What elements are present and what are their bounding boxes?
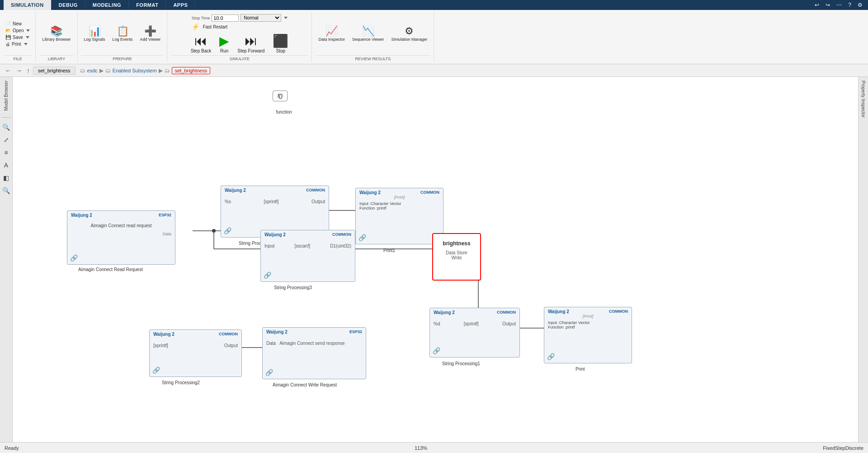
model-tab[interactable]: set_brightness xyxy=(33,67,75,75)
breadcrumb-active[interactable]: set_brightness xyxy=(172,67,211,74)
ribbon-group-review: 📈 Data Inspector 📉 Sequence Viewer ⚙ Sim… xyxy=(312,12,434,62)
sequence-viewer-label: Sequence Viewer xyxy=(352,37,384,42)
aimagin-read-link-icon: 🔗 xyxy=(70,254,78,262)
library-buttons: 📚 Library Browser xyxy=(39,13,73,55)
step-back-icon: ⏮ xyxy=(194,33,207,48)
simulate-group-label: SIMULATE xyxy=(171,55,308,61)
print-label: Print xyxy=(576,367,585,372)
tab-apps[interactable]: APPS xyxy=(166,0,195,10)
tab-format[interactable]: FORMAT xyxy=(129,0,166,10)
log-signals-button[interactable]: 📊 Log Signals xyxy=(81,25,108,43)
nav-forward-button[interactable]: → xyxy=(14,67,24,74)
run-label: Run xyxy=(220,48,228,53)
fast-restart-icon: ⚡ xyxy=(192,23,199,30)
status-solver-label: FixedStepDiscrete xyxy=(823,445,863,451)
sp-title: Waijung 2 xyxy=(225,188,246,193)
label-mode-button[interactable]: A xyxy=(1,160,11,170)
canvas-area[interactable]: f() function Waijung 2 ESP32 Aimagin Con… xyxy=(13,77,858,442)
sequence-viewer-button[interactable]: 📉 Sequence Viewer xyxy=(349,25,387,43)
log-events-button[interactable]: 📋 Log Events xyxy=(110,25,136,43)
ribbon-content: 📄 New 📂 Open 💾 Save 🖨 xyxy=(0,10,868,64)
step-forward-label: Step Forward xyxy=(237,48,264,53)
sim-mode-select[interactable]: Normal xyxy=(241,14,281,22)
stop-time-label: Stop Time xyxy=(192,16,210,20)
sp2-title: Waijung 2 xyxy=(153,332,175,337)
dsw-text: Data Store Write xyxy=(437,250,476,260)
sp3-title: Waijung 2 xyxy=(264,232,286,237)
run-button[interactable]: ▶ Run xyxy=(216,32,233,55)
nav-up-button[interactable]: ↑ xyxy=(25,67,31,74)
string-processing2-block[interactable]: Waijung 2 COMMON [sprintf] Output 🔗 xyxy=(149,329,242,377)
help-button[interactable]: ? xyxy=(846,2,853,8)
print-tag: COMMON xyxy=(609,309,628,314)
sp1-title: Waijung 2 xyxy=(434,310,455,315)
aimagin-write-block[interactable]: Waijung 2 ESP32 Data Aimagin Connect sen… xyxy=(262,327,366,379)
print1-text-bot: Function :printf xyxy=(359,206,439,210)
add-viewer-button[interactable]: ➕ Add Viewer xyxy=(137,25,164,43)
sp2-link-icon: 🔗 xyxy=(152,367,160,374)
tab-modeling[interactable]: MODELING xyxy=(85,0,129,10)
hide-button[interactable]: ◧ xyxy=(1,173,11,183)
settings-button[interactable]: ⚙ xyxy=(856,2,864,8)
nav-back-button[interactable]: ← xyxy=(4,67,13,74)
open-button[interactable]: 📂 Open xyxy=(4,28,32,33)
sp-port-out: Output xyxy=(311,199,325,204)
fast-restart-button[interactable]: Fast Restart xyxy=(201,24,229,30)
stop-button[interactable]: ⬛ Stop xyxy=(269,32,292,55)
step-back-button[interactable]: ⏮ Step Back xyxy=(187,32,215,55)
sp2-label: String Processing2 xyxy=(162,380,200,385)
sp2-tag: COMMON xyxy=(219,332,238,337)
sp-port-in: %s xyxy=(225,199,231,204)
tab-debug[interactable]: DEBUG xyxy=(52,0,85,10)
library-browser-button[interactable]: 📚 Library Browser xyxy=(39,25,73,43)
tab-simulation[interactable]: SIMULATION xyxy=(4,0,52,10)
property-inspector-label[interactable]: Property Inspector xyxy=(860,79,867,119)
function-block: f() xyxy=(273,91,288,101)
aimagin-read-block[interactable]: Waijung 2 ESP32 Aimagin Connect read req… xyxy=(67,210,175,265)
save-button[interactable]: 💾 Save xyxy=(4,34,31,40)
undo-button[interactable]: ↩ xyxy=(813,2,821,8)
print-text-top: [Print] xyxy=(548,314,628,319)
breadcrumb-subsystem[interactable]: Enabled Subsystem xyxy=(113,68,157,73)
library-label: Library Browser xyxy=(42,37,71,42)
save-dropdown-icon xyxy=(26,36,29,38)
string-processing3-block[interactable]: Waijung 2 COMMON Input [sscanf] D1(uint3… xyxy=(260,230,355,282)
zoom-in-button[interactable]: 🔍 xyxy=(1,122,11,132)
print-button[interactable]: 🖨 Print xyxy=(4,41,29,47)
new-button[interactable]: 📄 New xyxy=(4,21,24,27)
sp3-port-out: D1(uint32) xyxy=(330,243,351,248)
sp3-link-icon: 🔗 xyxy=(264,272,271,279)
step-forward-icon: ⏭ xyxy=(245,33,257,48)
title-bar-controls: ↩ ↪ ⋯ ? ⚙ xyxy=(813,2,864,8)
data-inspector-button[interactable]: 📈 Data Inspector xyxy=(316,25,348,43)
redo-button[interactable]: ↪ xyxy=(824,2,832,8)
stop-time-input[interactable] xyxy=(212,14,239,22)
sp3-port-in: Input xyxy=(264,243,274,248)
simulation-manager-label: Simulation Manager xyxy=(391,37,427,42)
brightness-dsw-block[interactable]: brightness Data Store Write xyxy=(432,233,481,281)
search-button[interactable]: 🔍 xyxy=(1,186,11,196)
align-button[interactable]: ≡ xyxy=(1,148,11,157)
simulation-manager-button[interactable]: ⚙ Simulation Manager xyxy=(388,25,430,43)
sp2-port-mid: [sprintf] xyxy=(153,343,168,348)
fast-restart-label: Fast Restart xyxy=(203,24,227,29)
print1-title: Waijung 2 xyxy=(359,190,381,195)
add-viewer-icon: ➕ xyxy=(144,26,156,36)
new-label: New xyxy=(13,21,22,26)
fit-button[interactable]: ⤢ xyxy=(1,135,11,145)
breadcrumb-esdc[interactable]: esdc xyxy=(87,68,98,73)
print-block[interactable]: Waijung 2 COMMON [Print] Input :Characte… xyxy=(544,307,632,363)
string-processing1-block[interactable]: Waijung 2 COMMON %d [sprintf] Output 🔗 xyxy=(429,308,520,358)
log-events-label: Log Events xyxy=(113,37,133,42)
data-inspector-label: Data Inspector xyxy=(318,37,345,42)
prepare-group-label: PREPARE xyxy=(81,55,164,61)
breadcrumb-sep-1: ▶ xyxy=(99,67,104,74)
customize-button[interactable]: ⋯ xyxy=(835,2,844,8)
model-browser-label[interactable]: Model Browser xyxy=(3,79,9,113)
svg-point-1 xyxy=(212,229,216,233)
print-icon: 🖨 xyxy=(5,42,10,47)
breadcrumb-model-icon: 🗂 xyxy=(80,67,85,74)
print1-block[interactable]: Waijung 2 COMMON [Print] Input :Characte… xyxy=(355,188,443,244)
step-forward-button[interactable]: ⏭ Step Forward xyxy=(234,32,268,55)
print-title: Waijung 2 xyxy=(548,309,569,314)
